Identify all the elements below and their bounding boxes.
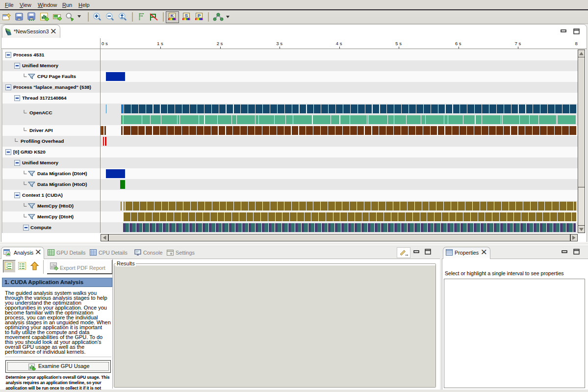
svg-text:S: S [185, 13, 188, 18]
svg-text:K: K [171, 13, 174, 18]
svg-text:P: P [198, 13, 201, 18]
